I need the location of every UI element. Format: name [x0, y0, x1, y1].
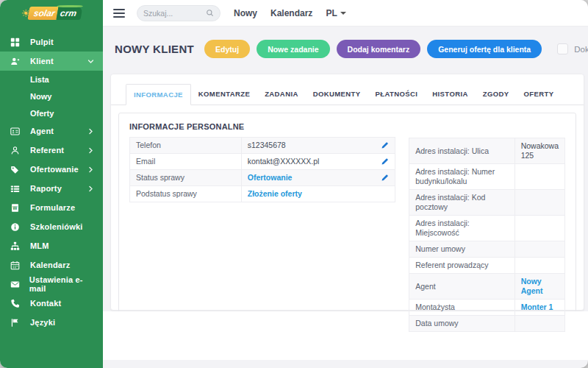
content-area: INFORMACJEKOMENTARZEZADANIADOKUMENTYPŁAT… — [103, 71, 588, 368]
sidebar-subitem-label: Nowy — [30, 92, 51, 101]
field-value: kontakt@XXXXXX.pl — [248, 157, 320, 166]
field-value-cell — [514, 216, 564, 241]
documents-checkbox[interactable] — [557, 43, 568, 54]
field-value[interactable]: Złożenie oferty — [248, 189, 302, 199]
hamburger-menu-icon[interactable] — [113, 7, 125, 20]
pencil-icon[interactable] — [381, 158, 389, 166]
table-row: Adres instalacji: Numer budynku/lokalu — [409, 164, 565, 190]
sidebar-item-label: Formularze — [30, 203, 75, 212]
sidebar-item-label: Pulpit — [30, 38, 54, 46]
field-label: Status sprawy — [130, 170, 242, 186]
sidebar-item-referent[interactable]: Referent — [0, 141, 103, 160]
field-label: Data umowy — [409, 316, 514, 332]
sidebar-item-kalendarz[interactable]: Kalendarz — [0, 255, 103, 275]
logo-row: ☀ solar crm — [0, 0, 103, 26]
field-label: Numer umowy — [409, 241, 514, 258]
tab-oferty[interactable]: OFERTY — [517, 84, 562, 105]
sidebar-item-j-zyki[interactable]: Języki — [0, 313, 103, 332]
edytuj-button[interactable]: Edytuj — [204, 40, 250, 58]
nowe-zadanie-button[interactable]: Nowe zadanie — [257, 40, 329, 58]
sidebar-subitem-lista[interactable]: Lista — [0, 71, 103, 88]
documents-checkbox-wrap[interactable]: Dokumenty — [557, 43, 588, 54]
sidebar-subitem-nowy[interactable]: Nowy — [0, 88, 103, 105]
tab-historia[interactable]: HISTORIA — [425, 84, 475, 105]
tab-bar: INFORMACJEKOMENTARZEZADANIADOKUMENTYPŁAT… — [111, 74, 584, 105]
language-selector[interactable]: PL — [326, 8, 345, 18]
dodaj-komentarz-button[interactable]: Dodaj komentarz — [337, 40, 421, 58]
field-value[interactable]: Monter 1 — [521, 302, 553, 311]
chevron-right-icon — [87, 147, 94, 154]
topbar-link-kalendarz[interactable]: Kalendarz — [270, 8, 312, 18]
personal-info-section: INFORMACJE PERSONALNE Telefons12345678Em… — [129, 122, 395, 202]
search-input[interactable] — [143, 9, 206, 18]
table-row: Podstatus sprawyZłożenie oferty — [130, 186, 395, 202]
table-row: MontażystaMonter 1 — [409, 300, 565, 316]
field-value-cell: s12345678 — [241, 138, 395, 154]
dashboard-icon — [10, 37, 21, 48]
field-value[interactable]: Nowy Agent — [521, 277, 543, 295]
id-card-icon — [10, 126, 21, 137]
chevron-right-icon — [87, 166, 94, 173]
sidebar-item-label: Szkoleniówki — [30, 222, 82, 231]
sidebar-item-agent[interactable]: Agent — [0, 121, 103, 141]
sidebar-item-label: Klient — [30, 57, 54, 66]
field-value: s12345678 — [248, 141, 286, 150]
tab-komentarze[interactable]: KOMENTARZE — [191, 84, 257, 105]
search-icon — [206, 9, 214, 17]
documents-checkbox-label: Dokumenty — [574, 45, 588, 54]
tab-dokumenty[interactable]: DOKUMENTY — [306, 84, 368, 105]
installation-info-section: Adres instalacji: UlicaNowakowa 125Adres… — [409, 138, 565, 332]
sidebar: ☀ solar crm PulpitKlientListaNowyOfertyA… — [0, 0, 103, 368]
pencil-icon[interactable] — [381, 174, 389, 182]
sidebar-item-raporty[interactable]: Raporty — [0, 179, 103, 198]
sidebar-item-label: Ofertowanie — [30, 165, 79, 174]
language-label: PL — [326, 8, 337, 18]
sidebar-item-label: MLM — [30, 241, 49, 250]
sidebar-item-label: Języki — [30, 318, 55, 327]
sidebar-item-klient[interactable]: Klient — [0, 52, 103, 71]
sidebar-subitem-oferty[interactable]: Oferty — [0, 105, 103, 121]
table-row: Data umowy — [409, 316, 565, 332]
sidebar-item-kontakt[interactable]: Kontakt — [0, 294, 103, 313]
sidebar-item-pulpit[interactable]: Pulpit — [0, 32, 103, 52]
chevron-right-icon — [87, 185, 94, 192]
sidebar-item-formularze[interactable]: WFormularze — [0, 198, 103, 217]
sidebar-item-szkoleni-wki[interactable]: Szkoleniówki — [0, 217, 103, 236]
topbar-link-nowy[interactable]: Nowy — [234, 8, 257, 18]
tab-zadania[interactable]: ZADANIA — [257, 84, 306, 105]
field-value-cell: Ofertowanie — [241, 170, 395, 186]
brand-logo[interactable]: ☀ solar crm — [21, 7, 82, 20]
tab-zgody[interactable]: ZGODY — [476, 84, 517, 105]
sidebar-subitem-label: Oferty — [30, 109, 54, 118]
field-value-cell — [514, 190, 564, 216]
field-label: Adres instalacji: Ulica — [409, 138, 514, 164]
table-row: Adres instalacji: Kod pocztowy — [409, 190, 565, 216]
phone-icon — [10, 298, 21, 309]
field-value-cell: Złożenie oferty — [241, 186, 395, 202]
tab-informacje[interactable]: INFORMACJE — [126, 84, 191, 105]
pencil-icon[interactable] — [381, 141, 389, 149]
sidebar-item-ofertowanie[interactable]: Ofertowanie — [0, 160, 103, 179]
field-value: Nowakowa 125 — [521, 141, 559, 160]
sidebar-item-label: Referent — [30, 146, 64, 155]
field-label: Email — [130, 154, 242, 170]
client-card: INFORMACJEKOMENTARZEZADANIADOKUMENTYPŁAT… — [110, 74, 584, 311]
field-value-cell: kontakt@XXXXXX.pl — [241, 154, 395, 170]
field-value-cell — [514, 164, 564, 190]
field-value-cell — [514, 258, 564, 274]
field-value[interactable]: Ofertowanie — [248, 173, 293, 183]
field-label: Podstatus sprawy — [130, 186, 242, 202]
field-label: Referent prowadzący — [409, 258, 514, 274]
table-row: Emailkontakt@XXXXXX.pl — [130, 154, 395, 170]
sidebar-item-ustawienia-e-mail[interactable]: Ustawienia e-mail — [0, 275, 103, 294]
tab-płatności[interactable]: PŁATNOŚCI — [368, 84, 426, 105]
search-box — [137, 5, 220, 21]
field-value-cell — [514, 316, 564, 332]
field-label: Adres instalacji: Miejscowość — [409, 216, 514, 241]
mail-icon — [10, 279, 21, 290]
topbar: NowyKalendarz PL — [103, 0, 588, 26]
sidebar-item-mlm[interactable]: MLM — [0, 236, 103, 255]
generuj-ofert-dla-klienta-button[interactable]: Generuj ofertę dla klienta — [427, 40, 542, 58]
tab-content: INFORMACJE PERSONALNE Telefons12345678Em… — [118, 113, 576, 342]
form-icon: W — [10, 202, 21, 213]
